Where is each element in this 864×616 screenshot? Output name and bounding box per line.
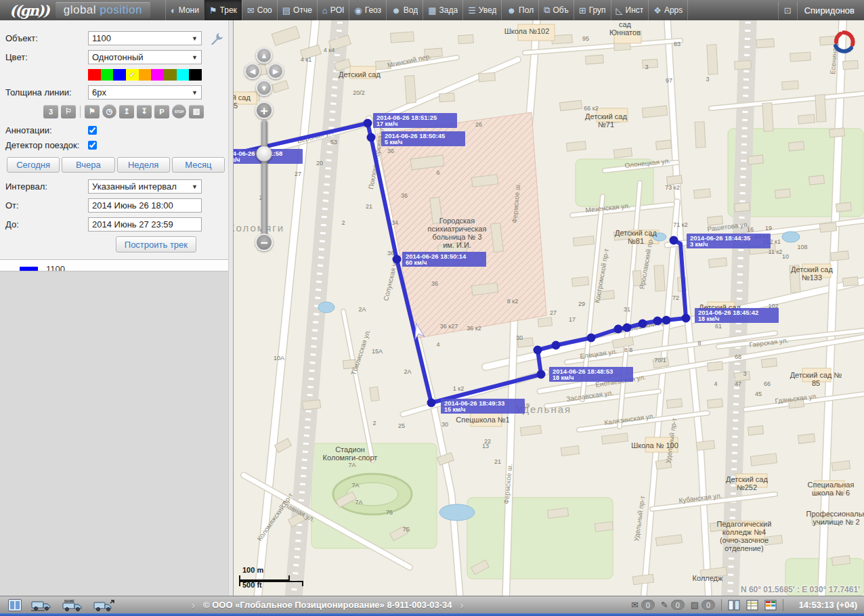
track-point[interactable] bbox=[662, 316, 671, 325]
commands-counter[interactable]: ✎0 bbox=[661, 600, 685, 610]
track-point[interactable] bbox=[534, 346, 542, 355]
status-bar: NAME › © ООО «Глобальное Позиционировани… bbox=[0, 596, 864, 613]
period-button-1[interactable]: Вчера bbox=[62, 157, 114, 173]
tab-вод[interactable]: ☻Вод bbox=[386, 0, 423, 20]
flags-stack-icon[interactable]: ⚐ bbox=[61, 105, 76, 118]
tab-увед[interactable]: ☰Увед bbox=[462, 0, 501, 20]
tab-label: Геоз bbox=[365, 5, 381, 15]
tab-зада[interactable]: ▦Зада bbox=[423, 0, 462, 20]
house-number: 31 bbox=[624, 306, 630, 313]
track-point[interactable] bbox=[587, 334, 596, 343]
tab-apps[interactable]: ❖Apps bbox=[648, 0, 688, 20]
trip-detector-checkbox[interactable] bbox=[88, 141, 97, 150]
interval-select[interactable]: Указанный интервал ▼ bbox=[88, 179, 202, 194]
color-swatch-5[interactable] bbox=[151, 69, 164, 81]
track-point[interactable] bbox=[670, 236, 678, 245]
fuel-up-icon[interactable]: ↥ bbox=[119, 105, 134, 118]
pan-left-button[interactable]: ◀ bbox=[244, 63, 261, 79]
current-user-name[interactable]: Спиридонов bbox=[804, 5, 855, 16]
stop-icon[interactable]: STOP bbox=[172, 104, 186, 118]
period-button-3[interactable]: Месяц bbox=[172, 157, 225, 173]
tab-пол[interactable]: ☻Пол bbox=[501, 0, 538, 20]
period-button-0[interactable]: Сегодня bbox=[7, 157, 60, 173]
color-swatch-2[interactable] bbox=[113, 69, 126, 81]
to-datetime-input[interactable] bbox=[88, 217, 202, 232]
color-swatch-4[interactable] bbox=[139, 69, 152, 81]
color-swatch-0[interactable] bbox=[88, 69, 101, 81]
track-point[interactable] bbox=[552, 341, 561, 350]
color-mode-select[interactable]: Однотонный ▼ bbox=[88, 50, 202, 64]
tab-груп[interactable]: ⊞Груп bbox=[574, 0, 611, 20]
svg-text:5 км/ч: 5 км/ч bbox=[385, 139, 402, 146]
house-number: 22 bbox=[484, 438, 491, 445]
track-time-label: 2014-06-26 18:45:4218 км/ч bbox=[695, 308, 779, 323]
tab-инст[interactable]: ◺Инст bbox=[611, 0, 649, 20]
map-provider-logo-icon[interactable] bbox=[831, 30, 856, 54]
toggle-sidebar-button[interactable] bbox=[8, 599, 22, 611]
track-point[interactable] bbox=[367, 133, 376, 142]
show-vehicles-button[interactable] bbox=[31, 599, 51, 611]
photo-icon[interactable]: ▨ bbox=[189, 105, 204, 118]
track-point[interactable] bbox=[639, 320, 647, 328]
chevron-left-icon[interactable]: › bbox=[192, 599, 195, 611]
track-point[interactable] bbox=[653, 317, 662, 326]
fuel-down-icon[interactable]: ↧ bbox=[137, 105, 152, 118]
poi-bank-icon: ⌂ bbox=[322, 5, 328, 16]
track-point[interactable] bbox=[427, 399, 436, 408]
color-swatch-6[interactable] bbox=[164, 69, 177, 81]
track-point[interactable] bbox=[393, 255, 402, 264]
track-point[interactable] bbox=[364, 119, 372, 128]
period-button-2[interactable]: Неделя bbox=[117, 157, 170, 173]
journal-book-icon[interactable] bbox=[728, 600, 740, 611]
map-canvas[interactable]: Вербная ул.Поклонногорская ул.Солунская … bbox=[234, 20, 864, 596]
show-vehicle-names-button[interactable]: NAME bbox=[62, 599, 83, 611]
parking-icon[interactable]: P bbox=[154, 105, 169, 118]
flag-icon[interactable]: ⚑ bbox=[85, 105, 100, 118]
collapse-panel-icon[interactable]: ⊡ bbox=[778, 1, 798, 20]
color-swatch-7[interactable] bbox=[177, 69, 190, 81]
color-swatch-8[interactable] bbox=[189, 69, 202, 81]
sidebar-scrollbar[interactable] bbox=[228, 20, 233, 596]
tab-poi[interactable]: ⌂POI bbox=[317, 0, 349, 20]
color-swatch-3[interactable]: ✓ bbox=[126, 69, 139, 81]
counter-value: 0 bbox=[701, 600, 715, 610]
report-table-icon[interactable] bbox=[746, 600, 758, 611]
track-point[interactable] bbox=[614, 325, 623, 334]
build-track-button[interactable]: Построить трек bbox=[116, 236, 196, 252]
tab-отче[interactable]: ▤Отче bbox=[277, 0, 317, 20]
follow-vehicle-button[interactable] bbox=[93, 599, 115, 611]
pan-right-button[interactable]: ▶ bbox=[267, 63, 284, 79]
track-point[interactable] bbox=[682, 314, 691, 323]
marker-number-icon[interactable]: 3 bbox=[43, 105, 58, 118]
house-number: 8 к2 bbox=[507, 298, 518, 305]
from-datetime-input[interactable] bbox=[88, 198, 202, 213]
object-select[interactable]: 1100 ▼ bbox=[88, 31, 202, 45]
tab-объ[interactable]: ⧉Объ bbox=[538, 0, 574, 20]
chart-table-icon[interactable] bbox=[764, 600, 777, 611]
track-point[interactable] bbox=[537, 370, 546, 379]
tab-соо[interactable]: ✉Соо bbox=[242, 0, 277, 20]
messages-counter[interactable]: ✉0 bbox=[631, 600, 655, 610]
house-number: 36 к27 bbox=[440, 323, 458, 330]
chevron-right-icon[interactable]: › bbox=[460, 599, 464, 611]
track-point[interactable] bbox=[623, 324, 632, 332]
zoom-in-button[interactable]: + bbox=[255, 102, 273, 119]
zoom-out-button[interactable]: − bbox=[255, 234, 273, 251]
tab-трек[interactable]: ⚑Трек bbox=[204, 0, 242, 20]
pan-up-button[interactable]: ▲ bbox=[256, 47, 272, 64]
settings-wrench-icon[interactable] bbox=[210, 32, 225, 45]
line-thickness-select[interactable]: 6px ▼ bbox=[88, 85, 202, 100]
annotations-checkbox[interactable] bbox=[88, 126, 97, 135]
house-number: 26 bbox=[475, 121, 482, 128]
zoom-slider-track[interactable] bbox=[261, 120, 267, 239]
zoom-slider-knob[interactable] bbox=[256, 146, 272, 162]
pan-down-button[interactable]: ▼ bbox=[256, 80, 272, 96]
poi-name-label: Колледж bbox=[693, 574, 723, 582]
track-time-label: 2014-06-26 18:50:455 км/ч bbox=[381, 131, 465, 146]
tab-мони[interactable]: ◐Мони bbox=[165, 0, 204, 20]
photos-counter[interactable]: ▨0 bbox=[691, 600, 715, 610]
gauge-icon[interactable]: ◷ bbox=[102, 104, 116, 118]
color-swatch-1[interactable] bbox=[101, 69, 114, 81]
tab-геоз[interactable]: ◉Геоз bbox=[349, 0, 386, 20]
house-number: 83 bbox=[674, 41, 681, 47]
